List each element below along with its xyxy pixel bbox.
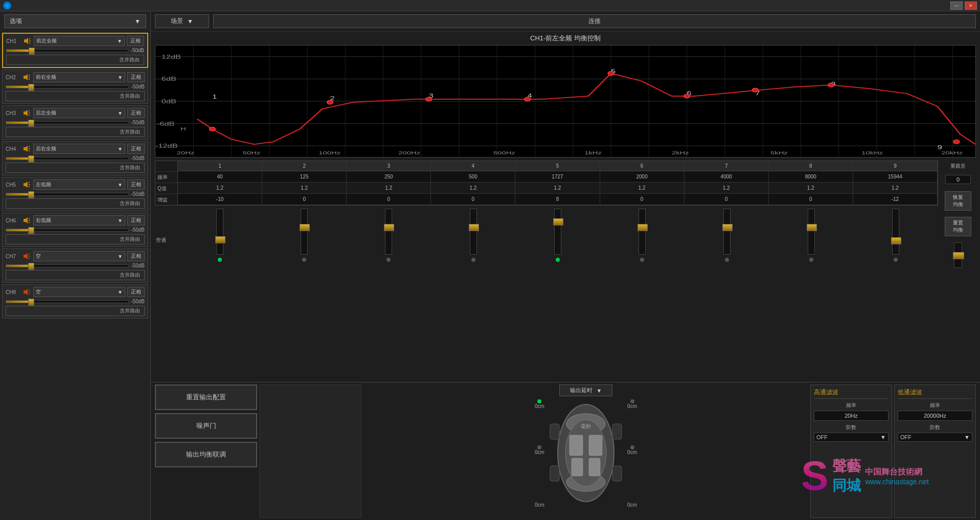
ch-merge-btn-6[interactable]: 含并路由	[6, 270, 145, 280]
low-pass-order-select[interactable]: OFF ▼	[898, 433, 972, 442]
bypass-dot-1[interactable]	[218, 258, 222, 262]
bypass-dot-7[interactable]	[725, 258, 729, 262]
ch-merge-btn-1[interactable]: 含并路由	[6, 91, 145, 101]
eq-graph[interactable]: 12dB 6dB 0dB -6dB -12dB H 20Hz 50Hz 100H…	[155, 45, 976, 157]
ch-phase-btn-4[interactable]: 正相	[127, 179, 145, 190]
ch-merge-btn-3[interactable]: 含并路由	[6, 163, 145, 173]
fader-track-2[interactable]	[301, 209, 308, 255]
band-freq-7[interactable]	[685, 171, 768, 183]
restore-value-input[interactable]	[945, 175, 971, 184]
ch-slider-7[interactable]	[6, 300, 129, 303]
fader-thumb-3[interactable]	[384, 224, 394, 231]
master-fader-thumb[interactable]	[953, 252, 964, 259]
reset-output-button[interactable]: 重置输出配置	[155, 385, 257, 410]
ch-slider-0[interactable]	[6, 49, 128, 52]
channel-item-ch4[interactable]: CH4 后右全频▼ 正相 -50dB 含并路由	[2, 141, 148, 175]
band-freq-8[interactable]	[769, 171, 853, 183]
fader-track-3[interactable]	[385, 209, 392, 255]
ch-speaker-2[interactable]	[22, 108, 31, 118]
ch-speaker-0[interactable]	[22, 36, 32, 46]
bypass-dot-8[interactable]	[809, 258, 813, 262]
band-gain-5[interactable]	[515, 194, 599, 205]
noise-gate-button[interactable]: 噪声门	[155, 413, 257, 439]
close-button[interactable]: ✕	[965, 2, 977, 10]
ch-name-btn-5[interactable]: 右低频▼	[33, 215, 125, 225]
options-button[interactable]: 选项 ▼	[4, 14, 146, 28]
band-q-8[interactable]	[769, 183, 853, 194]
band-gain-8[interactable]	[769, 194, 853, 205]
output-delay-button[interactable]: 输出延时 ▼	[559, 385, 613, 396]
low-pass-freq-value[interactable]: 20000Hz	[898, 411, 972, 421]
ch-merge-btn-5[interactable]: 含并路由	[6, 234, 145, 244]
ch-phase-btn-5[interactable]: 正相	[127, 215, 145, 225]
connect-button[interactable]: 连接	[213, 14, 976, 28]
band-gain-6[interactable]	[600, 194, 684, 205]
reset-eq-button[interactable]: 重置均衡	[945, 217, 971, 236]
fader-thumb-9[interactable]	[891, 237, 901, 244]
ch-slider-1[interactable]	[6, 85, 129, 88]
band-gain-7[interactable]	[685, 194, 768, 205]
ch-speaker-4[interactable]	[22, 180, 31, 189]
bypass-dot-4[interactable]	[471, 258, 475, 262]
ch-merge-btn-2[interactable]: 含并路由	[6, 127, 145, 137]
ch-slider-6[interactable]	[6, 264, 129, 267]
ch-name-btn-7[interactable]: 空▼	[33, 287, 125, 297]
ch-name-btn-2[interactable]: 后左全频▼	[33, 108, 125, 118]
ch-slider-3[interactable]	[6, 157, 129, 160]
band-q-2[interactable]	[262, 183, 346, 194]
bypass-dot-6[interactable]	[640, 258, 644, 262]
ch-speaker-5[interactable]	[22, 216, 31, 225]
band-gain-4[interactable]	[431, 194, 515, 205]
high-pass-order-select[interactable]: OFF ▼	[814, 433, 888, 442]
ch-speaker-7[interactable]	[22, 287, 31, 297]
channel-item-ch3[interactable]: CH3 后左全频▼ 正相 -50dB 含并路由	[2, 105, 148, 140]
ch-phase-btn-2[interactable]: 正相	[127, 108, 145, 118]
channel-item-ch2[interactable]: CH2 前右全频▼ 正相 -50dB 含并路由	[2, 70, 148, 104]
fader-track-6[interactable]	[639, 209, 646, 255]
band-gain-1[interactable]	[178, 194, 262, 205]
fader-thumb-8[interactable]	[807, 224, 817, 231]
channel-item-ch8[interactable]: CH8 空▼ 正相 -50dB 含并路由	[2, 284, 148, 319]
ch-name-btn-6[interactable]: 空▼	[33, 251, 125, 261]
output-eq-button[interactable]: 输出均衡联调	[155, 442, 257, 467]
bypass-dot-3[interactable]	[386, 258, 391, 262]
fader-thumb-6[interactable]	[637, 224, 648, 231]
ch-phase-btn-7[interactable]: 正相	[127, 287, 145, 297]
ch-name-btn-1[interactable]: 前右全频▼	[33, 72, 125, 82]
ch-merge-btn-7[interactable]: 含并路由	[6, 306, 145, 316]
ch-merge-btn-0[interactable]: 含并路由	[6, 55, 144, 65]
ch-slider-2[interactable]	[6, 121, 129, 124]
band-freq-5[interactable]	[515, 171, 599, 183]
channel-item-ch6[interactable]: CH6 右低频▼ 正相 -50dB 含并路由	[2, 213, 148, 247]
band-freq-9[interactable]	[853, 171, 937, 183]
ch-slider-5[interactable]	[6, 229, 129, 232]
band-q-5[interactable]	[515, 183, 599, 194]
fader-track-7[interactable]	[723, 209, 731, 255]
fader-track-5[interactable]	[554, 209, 561, 255]
channel-item-ch7[interactable]: CH7 空▼ 正相 -50dB 含并路由	[2, 248, 148, 283]
ch-phase-btn-1[interactable]: 正相	[127, 72, 145, 82]
band-gain-9[interactable]	[853, 194, 937, 205]
ch-speaker-6[interactable]	[22, 252, 31, 261]
fader-thumb-5[interactable]	[553, 218, 563, 225]
fader-thumb-7[interactable]	[722, 224, 733, 231]
band-q-4[interactable]	[431, 183, 515, 194]
bypass-dot-5[interactable]	[556, 258, 560, 262]
ch-speaker-3[interactable]	[22, 144, 31, 153]
channel-item-ch5[interactable]: CH5 左低频▼ 正相 -50dB 含并路由	[2, 177, 148, 211]
channel-item-ch1[interactable]: CH1 前左全频▼ 正相 -50dB 含并路由	[2, 33, 148, 68]
band-freq-2[interactable]	[262, 171, 346, 183]
ch-phase-btn-0[interactable]: 正相	[127, 36, 144, 46]
ch-name-btn-3[interactable]: 后右全频▼	[33, 144, 125, 154]
band-q-3[interactable]	[347, 183, 430, 194]
band-gain-3[interactable]	[347, 194, 430, 205]
band-q-7[interactable]	[685, 183, 768, 194]
fader-thumb-4[interactable]	[469, 224, 479, 231]
fader-track-9[interactable]	[892, 209, 899, 255]
ch-merge-btn-4[interactable]: 含并路由	[6, 198, 145, 209]
ch-phase-btn-6[interactable]: 正相	[127, 251, 145, 261]
band-freq-4[interactable]	[431, 171, 515, 183]
bypass-dot-9[interactable]	[894, 258, 898, 262]
ch-slider-4[interactable]	[6, 193, 129, 196]
minimize-button[interactable]: —	[950, 2, 963, 10]
